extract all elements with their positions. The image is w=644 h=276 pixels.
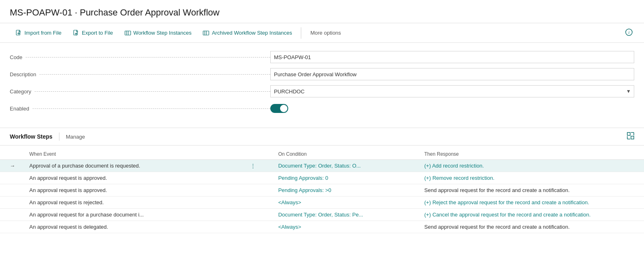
col-then-header: Then Response [414,149,644,160]
drag-handle [249,184,268,197]
on-condition-cell[interactable]: <Always> [268,197,414,209]
table-header-row: When Event On Condition Then Response [0,149,644,160]
code-field [270,51,634,63]
workflow-instances-icon [125,29,131,36]
col-when-header: When Event [20,149,249,160]
description-field [270,68,634,80]
enabled-row: Enabled [10,102,634,115]
then-response-cell[interactable]: (+) Remove record restriction. [414,172,644,184]
workflow-steps-title: Workflow Steps [10,133,53,140]
then-response-cell: Send approval request for the record and… [414,221,644,233]
archived-label: Archived Workflow Step Instances [212,30,292,36]
arrow-cell [0,221,20,233]
enabled-toggle[interactable] [270,104,288,113]
on-condition-cell[interactable]: <Always> [268,221,414,233]
then-response-cell[interactable]: (+) Cancel the approval request for the … [414,209,644,221]
arrow-cell [0,197,20,209]
code-input[interactable] [270,51,634,63]
form-section: Code Description Category PURCHDOC ▼ [0,43,644,128]
toolbar: Import from File Export to File Workflow… [0,23,644,43]
svg-rect-0 [16,30,20,35]
archived-icon [203,29,209,36]
drag-handle [249,209,268,221]
workflow-instances-label: Workflow Step Instances [134,30,192,36]
table-row: →Approval of a purchase document is requ… [0,160,644,172]
category-select[interactable]: PURCHDOC [270,85,634,97]
col-drag-header [249,149,268,160]
when-cell: Approval of a purchase document is reque… [20,160,249,172]
workflow-steps-header: Workflow Steps Manage [0,128,644,146]
export-to-file-button[interactable]: Export to File [67,23,119,43]
then-response-cell[interactable]: (+) Add record restriction. [414,160,644,172]
then-response-cell: Send approval request for the record and… [414,184,644,197]
info-button[interactable]: i [624,29,634,38]
enabled-label: Enabled [10,106,270,112]
enabled-toggle-wrapper [270,104,634,113]
svg-text:i: i [628,30,629,35]
manage-button[interactable]: Manage [66,134,85,140]
workflow-table-container: When Event On Condition Then Response →A… [0,149,644,233]
code-row: Code [10,51,634,63]
more-options-label: More options [310,30,341,36]
when-cell: An approval request is approved. [20,184,249,197]
export-label: Export to File [82,30,113,36]
on-condition-cell[interactable]: Pending Approvals: >0 [268,184,414,197]
col-arrow-header [0,149,20,160]
category-label: Category [10,88,270,95]
page-title: MS-POAPW-01 · Purchase Order Approval Wo… [0,0,644,23]
arrow-cell [0,184,20,197]
workflow-step-instances-button[interactable]: Workflow Step Instances [119,23,197,43]
drag-handle [249,172,268,184]
archived-workflow-button[interactable]: Archived Workflow Step Instances [197,23,298,43]
arrow-cell: → [0,160,20,172]
svg-rect-17 [631,136,634,139]
export-icon [73,29,79,36]
code-label: Code [10,54,270,60]
toggle-thumb [280,105,287,112]
import-icon [15,29,22,36]
arrow-cell [0,209,20,221]
description-input[interactable] [270,68,634,80]
more-options-button[interactable]: More options [304,23,346,43]
table-row: An approval request is rejected.<Always>… [0,197,644,209]
arrow-cell [0,172,20,184]
then-response-cell[interactable]: (+) Reject the approval request for the … [414,197,644,209]
on-condition-cell[interactable]: Pending Approvals: 0 [268,172,414,184]
table-row: An approval request is approved.Pending … [0,184,644,197]
table-row: An approval request is approved.Pending … [0,172,644,184]
drag-handle [249,221,268,233]
category-select-wrapper: PURCHDOC ▼ [270,85,634,97]
expand-icon[interactable] [627,132,634,141]
drag-handle [249,197,268,209]
svg-rect-11 [203,31,209,35]
svg-rect-4 [74,30,77,35]
category-row: Category PURCHDOC ▼ [10,85,634,97]
description-label: Description [10,71,270,77]
description-row: Description [10,68,634,80]
table-row: An approval request is delegated.<Always… [0,221,644,233]
when-cell: An approval request is delegated. [20,221,249,233]
when-cell: An approval request for a purchase docum… [20,209,249,221]
when-cell: An approval request is rejected. [20,197,249,209]
category-field: PURCHDOC ▼ [270,85,634,97]
import-from-file-button[interactable]: Import from File [10,23,67,43]
enabled-field [270,104,634,113]
toolbar-separator [301,27,301,39]
col-on-header: On Condition [268,149,414,160]
drag-handle[interactable]: ⋮ [249,160,268,172]
table-row: An approval request for a purchase docum… [0,209,644,221]
when-cell: An approval request is approved. [20,172,249,184]
on-condition-cell[interactable]: Document Type: Order, Status: O... [268,160,414,172]
import-label: Import from File [24,30,61,36]
section-divider [59,132,59,141]
svg-rect-16 [627,132,630,135]
on-condition-cell[interactable]: Document Type: Order, Status: Pe... [268,209,414,221]
workflow-table: When Event On Condition Then Response →A… [0,149,644,233]
svg-rect-8 [125,31,131,35]
